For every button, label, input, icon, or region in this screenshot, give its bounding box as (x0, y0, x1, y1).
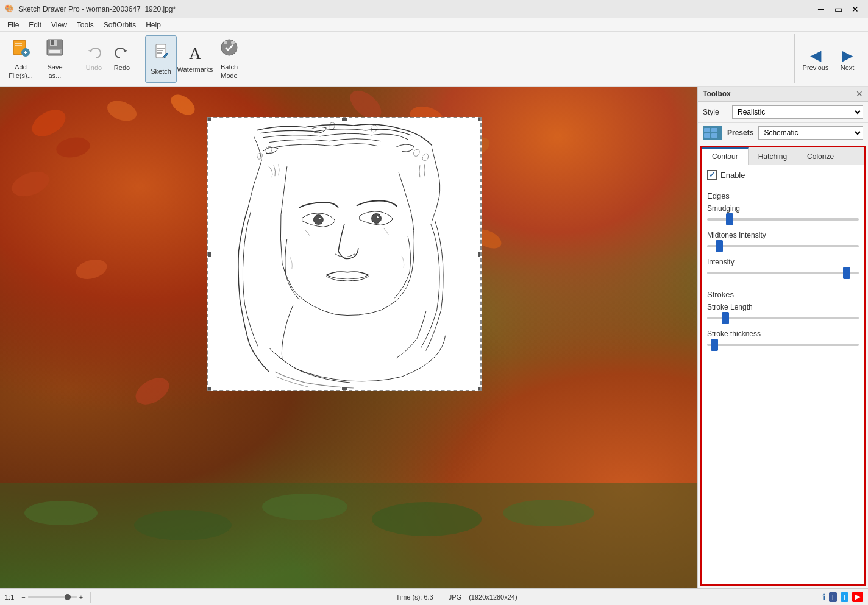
midtones-slider[interactable] (707, 242, 859, 250)
handle-bottom-left[interactable] (207, 387, 212, 391)
zoom-plus-icon[interactable]: + (79, 593, 83, 601)
handle-top-right[interactable] (477, 117, 482, 121)
midtones-track (707, 245, 859, 247)
svg-rect-10 (49, 50, 60, 53)
midtones-thumb[interactable] (716, 240, 723, 252)
svg-rect-42 (704, 128, 710, 132)
style-select[interactable]: Realistic Artistic Comic (732, 105, 863, 119)
enable-checkbox[interactable] (707, 170, 717, 180)
sketch-button[interactable]: Sketch (145, 35, 177, 83)
presets-icon (703, 126, 722, 140)
add-file-label: AddFile(s)... (9, 63, 33, 79)
sketch-icon (151, 42, 171, 65)
svg-point-38 (318, 218, 321, 220)
toolbox-title: Toolbox (703, 90, 731, 98)
save-as-label: Saveas... (47, 63, 62, 79)
save-as-icon (45, 38, 65, 61)
svg-rect-43 (711, 128, 717, 132)
handle-bottom-mid[interactable] (341, 387, 347, 391)
svg-rect-1 (15, 43, 22, 44)
smudging-slider[interactable] (707, 215, 859, 224)
tab-hatching[interactable]: Hatching (749, 147, 797, 165)
zoom-thumb[interactable] (65, 594, 71, 600)
zoom-track[interactable] (28, 596, 77, 598)
presets-select[interactable]: Schematic Classic Modern (758, 126, 863, 140)
add-file-button[interactable]: AddFile(s)... (5, 35, 37, 83)
intensity-thumb[interactable] (843, 267, 850, 279)
tab-colorize[interactable]: Colorize (797, 147, 844, 165)
stroke-thickness-thumb[interactable] (711, 339, 718, 351)
batch-mode-label: BatchMode (221, 63, 238, 79)
next-label: Next (841, 64, 855, 71)
sketch-frame (207, 117, 482, 391)
presets-label: Presets (727, 129, 753, 137)
smudging-thumb[interactable] (726, 213, 733, 225)
redo-button[interactable]: Redo (109, 35, 135, 83)
sketch-svg (208, 118, 480, 390)
close-button[interactable]: ✕ (847, 2, 863, 16)
tab-contour[interactable]: Contour (702, 147, 749, 165)
status-bar: 1:1 − + Time (s): 6.3 JPG (1920x1280x24)… (0, 588, 868, 605)
canvas-area[interactable] (0, 87, 697, 588)
menu-softorbits[interactable]: SoftOrbits (99, 19, 141, 30)
status-time: Time (s): 6.3 (396, 593, 433, 601)
toolbox-close-button[interactable]: ✕ (856, 89, 863, 99)
midtones-label: Midtones Intensity (707, 231, 859, 239)
facebook-icon[interactable]: f (829, 592, 837, 602)
menu-edit[interactable]: Edit (24, 19, 46, 30)
watermarks-icon: A (189, 44, 201, 63)
toolbox-header: Toolbox ✕ (698, 87, 868, 102)
menu-view[interactable]: View (46, 19, 72, 30)
maximize-button[interactable]: ▭ (830, 2, 846, 16)
svg-rect-2 (15, 45, 22, 46)
youtube-icon[interactable]: ▶ (852, 592, 863, 602)
twitter-icon[interactable]: t (841, 592, 848, 602)
handle-left-mid[interactable] (207, 251, 212, 257)
undo-button[interactable]: Undo (81, 35, 107, 83)
social-icons: ℹ f t ▶ (822, 592, 863, 602)
status-sep-1 (90, 592, 91, 603)
intensity-slider[interactable] (707, 269, 859, 277)
toolbar-sep-2 (140, 38, 140, 80)
menu-tools[interactable]: Tools (72, 19, 99, 30)
watermarks-button[interactable]: A Watermarks (179, 35, 211, 83)
handle-right-mid[interactable] (477, 251, 482, 257)
minimize-button[interactable]: ─ (813, 2, 829, 16)
intensity-section: Intensity (707, 258, 859, 277)
stroke-thickness-section: Stroke thickness (707, 330, 859, 349)
smudging-section: Smudging (707, 204, 859, 224)
tab-content-contour: Enable Edges Smudging Midtones In (702, 165, 864, 584)
menu-bar: File Edit View Tools SoftOrbits Help (0, 18, 868, 32)
undo-label: Undo (86, 64, 102, 72)
handle-bottom-right[interactable] (477, 387, 482, 391)
zoom-minus-icon[interactable]: − (21, 593, 25, 601)
stroke-thickness-slider[interactable] (707, 341, 859, 349)
stroke-length-thumb[interactable] (722, 312, 729, 324)
title-bar-text: Sketch Drawer Pro - woman-2003647_1920.j… (18, 5, 813, 13)
previous-icon: ◀ (810, 47, 821, 64)
handle-top-left[interactable] (207, 117, 212, 121)
strokes-title: Strokes (707, 290, 859, 299)
nav-area: ◀ Previous ▶ Next (794, 34, 863, 83)
handle-top-mid[interactable] (341, 117, 347, 121)
style-row: Style Realistic Artistic Comic (698, 102, 868, 123)
smudging-track (707, 218, 859, 221)
sketch-label: Sketch (151, 68, 171, 76)
svg-rect-41 (703, 126, 722, 140)
stroke-length-section: Stroke Length (707, 303, 859, 322)
previous-button[interactable]: ◀ Previous (800, 35, 831, 83)
stroke-length-slider[interactable] (707, 314, 859, 322)
svg-point-39 (372, 214, 382, 224)
menu-file[interactable]: File (2, 19, 24, 30)
batch-mode-button[interactable]: BatchMode (213, 35, 245, 83)
sketch-content (208, 118, 480, 390)
stroke-length-label: Stroke Length (707, 303, 859, 311)
add-file-icon (11, 38, 30, 61)
redo-label: Redo (114, 64, 130, 72)
stroke-length-track (707, 317, 859, 319)
save-as-button[interactable]: Saveas... (39, 35, 71, 83)
info-icon[interactable]: ℹ (822, 592, 825, 602)
next-button[interactable]: ▶ Next (831, 35, 863, 83)
svg-point-17 (224, 41, 227, 44)
menu-help[interactable]: Help (141, 19, 166, 30)
